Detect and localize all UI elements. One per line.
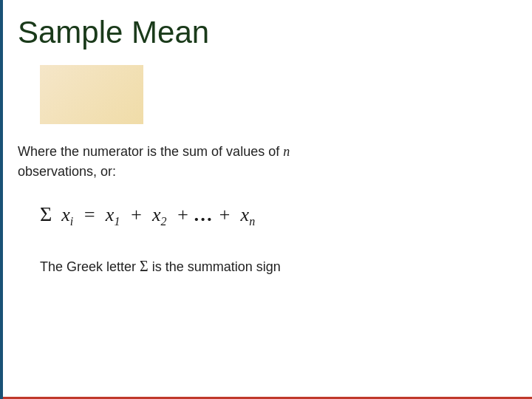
page-title: Sample Mean bbox=[18, 15, 510, 50]
formula-image bbox=[40, 65, 143, 124]
xn: xn bbox=[241, 204, 256, 225]
x1: x1 bbox=[106, 204, 120, 225]
page-container: Sample Mean Where the numerator is the s… bbox=[0, 0, 532, 399]
x2: x2 bbox=[152, 204, 167, 225]
x-i: xi bbox=[61, 204, 73, 225]
description-text-part1: Where the numerator is the sum of values… bbox=[18, 144, 283, 159]
sigma-letter: Σ bbox=[140, 258, 149, 274]
italic-variable: n bbox=[283, 144, 290, 159]
greek-letter-note: The Greek letter Σ is the summation sign bbox=[40, 258, 510, 275]
formula-math: Σ xi = x1 + x2 + … + xn bbox=[40, 202, 255, 228]
description-text: Where the numerator is the sum of values… bbox=[18, 142, 328, 182]
summation-formula: Σ xi = x1 + x2 + … + xn bbox=[40, 202, 510, 228]
description-text-part2: observations, or: bbox=[18, 164, 116, 179]
sigma-symbol: Σ bbox=[40, 202, 52, 225]
